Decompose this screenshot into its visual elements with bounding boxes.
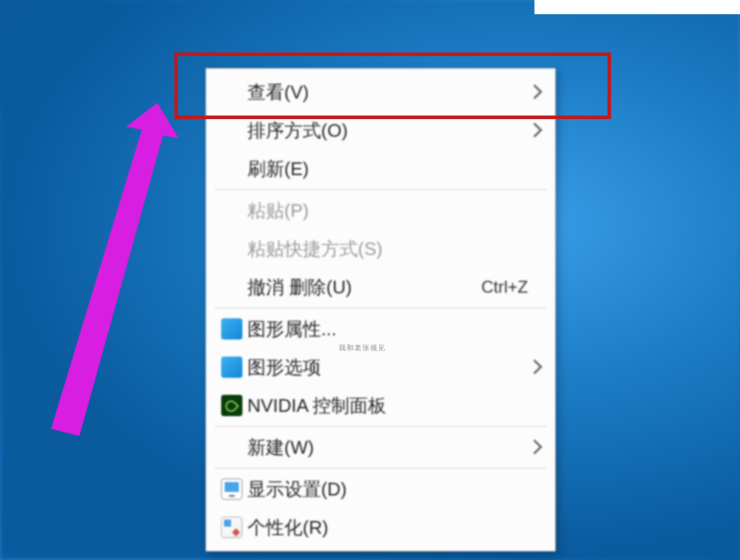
menu-label: 粘贴(P) <box>247 198 542 223</box>
menu-separator <box>215 308 546 308</box>
intel-graphics-icon <box>221 318 242 340</box>
menu-label: 撤消 删除(U) <box>247 275 481 300</box>
menu-item-nvidia-control-panel[interactable]: NVIDIA 控制面板 <box>206 386 555 425</box>
menu-item-paste-shortcut: 粘贴快捷方式(S) <box>206 230 555 268</box>
menu-label: 粘贴快捷方式(S) <box>247 237 542 262</box>
menu-label: NVIDIA 控制面板 <box>247 393 542 418</box>
intel-graphics-icon <box>221 357 242 378</box>
menu-label: 图形选项 <box>247 355 527 380</box>
menu-label: 刷新(E) <box>247 157 542 181</box>
menu-label: 排序方式(O) <box>247 118 527 143</box>
menu-label: 图形属性... <box>247 317 542 342</box>
menu-item-view[interactable]: 查看(V) <box>206 73 555 111</box>
menu-label: 显示设置(D) <box>247 477 542 502</box>
nvidia-icon <box>221 395 242 416</box>
menu-item-refresh[interactable]: 刷新(E) <box>206 150 555 188</box>
chevron-right-icon <box>527 84 542 100</box>
menu-item-personalize[interactable]: 个性化(R) <box>206 508 555 547</box>
menu-item-sort[interactable]: 排序方式(O) <box>206 111 555 150</box>
menu-separator <box>215 189 546 190</box>
menu-label: 个性化(R) <box>247 515 542 540</box>
watermark-text: 我和老张领见 <box>339 343 386 353</box>
menu-item-new[interactable]: 新建(W) <box>206 428 555 466</box>
menu-separator <box>215 426 546 427</box>
top-right-white-area <box>534 0 740 14</box>
personalize-icon <box>221 517 242 538</box>
chevron-right-icon <box>527 439 542 455</box>
display-icon <box>221 478 242 500</box>
menu-shortcut: Ctrl+Z <box>481 277 528 297</box>
menu-item-graphics-properties[interactable]: 图形属性... <box>206 310 555 348</box>
menu-label: 新建(W) <box>247 435 527 460</box>
menu-item-undo-delete[interactable]: 撤消 删除(U) Ctrl+Z <box>206 268 555 306</box>
menu-label: 查看(V) <box>247 80 527 105</box>
desktop-context-menu: 查看(V) 排序方式(O) 刷新(E) 粘贴(P) 粘贴快捷方式(S) 撤消 删… <box>206 68 556 551</box>
menu-item-graphics-options[interactable]: 图形选项 <box>206 348 555 386</box>
chevron-right-icon <box>527 123 542 138</box>
chevron-right-icon <box>527 359 542 375</box>
menu-separator <box>215 468 546 469</box>
menu-item-display-settings[interactable]: 显示设置(D) <box>206 470 555 508</box>
menu-item-paste: 粘贴(P) <box>206 191 555 230</box>
